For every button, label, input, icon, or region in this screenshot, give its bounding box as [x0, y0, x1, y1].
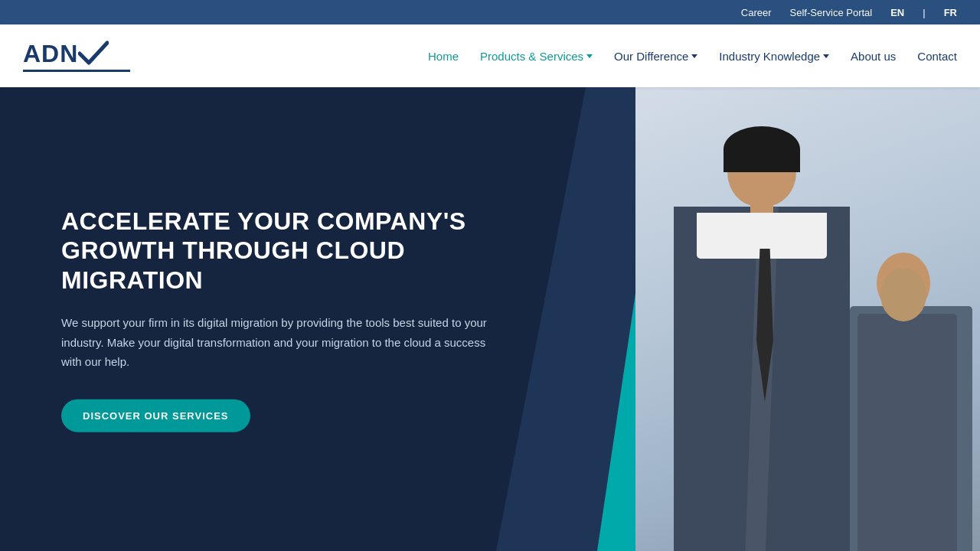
lang-divider: | — [923, 7, 925, 18]
hero-photo-area — [635, 87, 980, 551]
nav-contact[interactable]: Contact — [917, 50, 957, 63]
nav-industry-knowledge[interactable]: Industry Knowledge — [719, 50, 829, 63]
hero-subtitle: We support your firm in its digital migr… — [61, 313, 505, 372]
lang-en[interactable]: EN — [890, 7, 904, 18]
person-hair — [724, 126, 800, 172]
nav-about-us[interactable]: About us — [851, 50, 896, 63]
logo-checkmark-icon — [78, 40, 109, 67]
career-link[interactable]: Career — [741, 7, 772, 18]
main-person — [666, 130, 880, 551]
hero-section: ACCELERATE YOUR COMPANY'S GROWTH THROUGH… — [0, 87, 980, 551]
logo-underline — [23, 70, 130, 72]
self-service-link[interactable]: Self-Service Portal — [790, 7, 873, 18]
hero-content: ACCELERATE YOUR COMPANY'S GROWTH THROUGH… — [61, 207, 536, 432]
difference-dropdown-icon — [691, 54, 697, 58]
products-dropdown-icon — [586, 54, 593, 58]
lang-fr[interactable]: FR — [944, 7, 957, 18]
top-bar: Career Self-Service Portal EN | FR — [0, 0, 980, 24]
nav-products-services[interactable]: Products & Services — [480, 50, 593, 63]
nav-our-difference[interactable]: Our Difference — [614, 50, 697, 63]
navbar: ADN Home Products & Services Our Differe… — [0, 24, 980, 87]
nav-home[interactable]: Home — [428, 50, 459, 63]
discover-services-button[interactable]: DISCOVER OUR SERVICES — [61, 399, 250, 432]
hero-title: ACCELERATE YOUR COMPANY'S GROWTH THROUGH… — [61, 207, 536, 295]
main-nav: Home Products & Services Our Difference … — [428, 50, 957, 63]
second-bg-person — [858, 268, 957, 551]
logo-text: ADN — [23, 41, 78, 66]
logo[interactable]: ADN — [23, 40, 130, 72]
industry-dropdown-icon — [823, 54, 829, 58]
